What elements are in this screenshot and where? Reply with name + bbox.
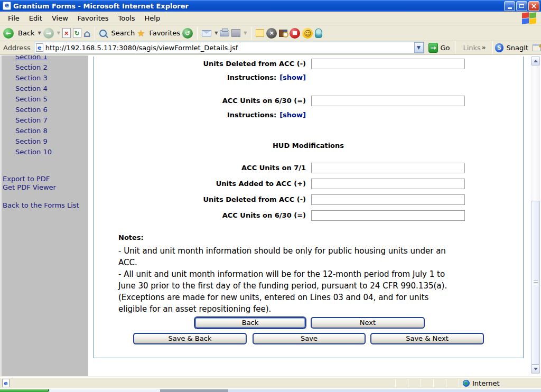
mail-icon[interactable] [202, 30, 211, 36]
form-panel: Units Deleted from ACC (-) Instructions:… [93, 57, 524, 358]
snagit-icon[interactable]: S [495, 43, 504, 52]
sidebar-item-section-10[interactable]: Section 10 [15, 148, 52, 156]
mail-dropdown-icon[interactable]: ▼ [214, 31, 218, 35]
address-url[interactable]: http://192.168.5.117:3080/sagis/viewForm… [45, 44, 414, 52]
sidebar-item-section-7[interactable]: Section 7 [15, 116, 48, 124]
sidebar-item-section-5[interactable]: Section 5 [15, 95, 48, 103]
page-icon: e [36, 43, 43, 52]
search-icon[interactable] [99, 30, 107, 37]
refresh-icon[interactable]: ↻ [73, 28, 81, 38]
notes-text-line: - Unit and unit month information should… [118, 245, 509, 257]
stop-icon[interactable]: × [62, 28, 71, 38]
menu-tools[interactable]: Tools [114, 12, 140, 25]
taskbar-segment [50, 389, 160, 392]
hud-units-added-label: Units Added to ACC (+) [94, 180, 306, 188]
hud-acc-units-630-input[interactable] [311, 210, 465, 221]
sidebar-item-section-6[interactable]: Section 6 [15, 106, 48, 114]
links-label[interactable]: Links [463, 44, 480, 52]
back-dropdown-icon[interactable]: ▼ [38, 31, 41, 35]
forward-icon[interactable]: → [43, 28, 54, 39]
vertical-scrollbar[interactable] [531, 57, 540, 374]
home-icon[interactable]: ⌂ [83, 29, 91, 38]
scrollbar-thumb[interactable] [531, 201, 540, 365]
windows-logo-icon [522, 13, 538, 24]
edit-icon[interactable] [231, 29, 240, 37]
menu-edit[interactable]: Edit [24, 12, 47, 25]
status-separator [421, 379, 421, 387]
acc-units-630-input[interactable] [311, 96, 465, 106]
units-deleted-acc-input[interactable] [311, 59, 465, 69]
print-icon[interactable] [220, 30, 229, 36]
research-icon[interactable] [279, 30, 287, 37]
hud-units-added-input[interactable] [311, 179, 465, 189]
scroll-down-button[interactable] [531, 365, 540, 374]
messenger-icon[interactable]: ☺ [302, 28, 313, 39]
msn-figure-icon[interactable] [315, 29, 322, 38]
hud-acc-units-630-label: ACC Units on 6/30 (=) [94, 211, 306, 219]
address-dropdown-icon[interactable]: ▼ [414, 42, 424, 53]
back-button[interactable]: Back [194, 317, 306, 329]
browser-toolbar: ← Back ▼ → ▼ × ↻ ⌂ Search ★ Favorites ↺ … [0, 25, 541, 41]
save-button[interactable]: Save [253, 333, 366, 344]
sidebar-item-section-2[interactable]: Section 2 [15, 63, 48, 71]
hud-units-deleted-input[interactable] [311, 194, 465, 205]
scroll-up-button[interactable] [531, 57, 540, 66]
close-button[interactable]: × [528, 1, 539, 11]
status-bar: e Internet [0, 377, 541, 388]
back-button-label[interactable]: Back [18, 29, 35, 37]
favorites-button-label[interactable]: Favorites [149, 29, 180, 37]
menu-favorites[interactable]: Favorites [73, 12, 114, 25]
instructions-show-link[interactable]: [show] [279, 73, 306, 81]
red-badge-icon[interactable] [290, 28, 300, 39]
save-next-button[interactable]: Save & Next [370, 333, 484, 344]
internet-zone-icon [463, 380, 470, 387]
navigation-sidebar: Section 1 Section 2 Section 3 Section 4 … [0, 55, 88, 376]
notes-text-line: ACC. [118, 257, 509, 268]
menu-view[interactable]: View [47, 12, 73, 25]
start-button-sliver[interactable] [0, 389, 49, 392]
favorites-icon[interactable]: ★ [137, 28, 145, 39]
address-input[interactable]: e http://192.168.5.117:3080/sagis/viewFo… [34, 42, 424, 53]
save-back-button[interactable]: Save & Back [133, 333, 247, 344]
forward-dropdown-icon[interactable]: ▼ [57, 31, 60, 35]
units-deleted-acc-label: Units Deleted from ACC (-) [94, 60, 306, 68]
scroll-down-icon [534, 368, 538, 370]
taskbar-window-button-sliver[interactable] [160, 389, 228, 392]
sidebar-item-section-1[interactable]: Section 1 [15, 55, 48, 61]
discuss-icon[interactable] [256, 29, 264, 37]
menu-help[interactable]: Help [140, 12, 165, 25]
status-separator [446, 379, 446, 387]
next-button[interactable]: Next [311, 317, 425, 329]
snagit-button-label[interactable]: SnagIt [506, 44, 528, 52]
hud-modifications-heading: HUD Modifications [94, 142, 523, 150]
links-chevron-icon[interactable]: » [482, 44, 486, 51]
instructions-label: Instructions: [227, 111, 276, 119]
search-button-label[interactable]: Search [111, 29, 135, 37]
edit-dropdown-icon[interactable]: ▼ [244, 31, 247, 35]
restore-button[interactable] [516, 1, 527, 11]
sidebar-item-section-4[interactable]: Section 4 [15, 85, 48, 92]
history-icon[interactable]: ↺ [182, 28, 193, 39]
stop-plugin-icon[interactable]: × [266, 28, 277, 39]
instructions-show-link[interactable]: [show] [279, 111, 306, 119]
back-to-forms-list-link[interactable]: Back to the Forms List [3, 201, 79, 209]
sidebar-item-section-8[interactable]: Section 8 [15, 127, 48, 135]
window-title: Grantium Forms - Microsoft Internet Expl… [13, 2, 503, 10]
sidebar-item-section-9[interactable]: Section 9 [15, 137, 48, 145]
toolbar-separator [197, 27, 198, 40]
minimize-button[interactable] [504, 1, 515, 11]
minimize-icon [508, 7, 512, 9]
go-button-label[interactable]: Go [440, 44, 450, 52]
get-pdf-viewer-link[interactable]: Get PDF Viewer [3, 183, 56, 191]
menu-file[interactable]: File [3, 12, 24, 25]
go-icon[interactable]: → [428, 43, 439, 53]
menu-bar: File Edit View Favorites Tools Help [0, 12, 541, 25]
hud-acc-units-71-input[interactable] [311, 163, 465, 173]
export-to-pdf-link[interactable]: Export to PDF [3, 175, 50, 183]
notes-text-line: June 30 prior to the first day of the fu… [118, 280, 509, 292]
sidebar-item-section-3[interactable]: Section 3 [15, 74, 48, 82]
notes-heading: Notes: [118, 234, 144, 241]
internet-zone-label: Internet [472, 379, 500, 387]
snagit-capture-icon[interactable] [533, 44, 541, 51]
back-icon[interactable]: ← [3, 28, 14, 39]
